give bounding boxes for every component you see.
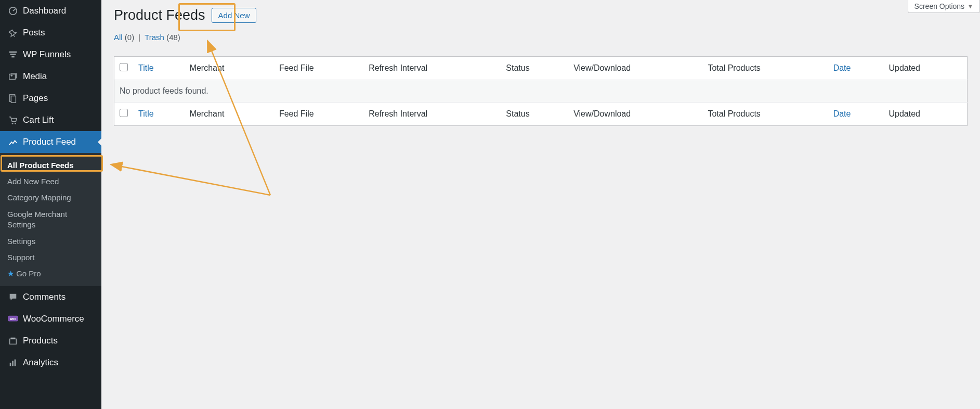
svg-rect-14 bbox=[10, 363, 11, 366]
col-status: Status bbox=[501, 57, 568, 80]
list-filter-links: All (0) | Trash (48) bbox=[114, 33, 968, 42]
submenu-add-new-feed[interactable]: Add New Feed bbox=[0, 173, 101, 189]
filter-all-count: (0) bbox=[125, 33, 134, 42]
sidebar-item-label: Dashboard bbox=[23, 6, 66, 16]
chevron-down-icon: ▼ bbox=[968, 3, 973, 9]
sidebar-item-label: Cart Lift bbox=[23, 115, 54, 125]
products-icon bbox=[6, 336, 20, 346]
col-feedfile: Feed File bbox=[274, 103, 363, 126]
sidebar-item-label: Media bbox=[23, 71, 47, 82]
sidebar-item-products[interactable]: Products bbox=[0, 330, 101, 352]
submenu-category-mapping[interactable]: Category Mapping bbox=[0, 189, 101, 206]
sidebar-item-label: Product Feed bbox=[23, 137, 76, 147]
star-icon: ★ bbox=[7, 269, 14, 278]
col-date[interactable]: Date bbox=[828, 103, 884, 126]
filter-all-link[interactable]: All bbox=[114, 33, 123, 42]
col-merchant: Merchant bbox=[185, 103, 274, 126]
filter-trash-link[interactable]: Trash bbox=[145, 33, 164, 42]
col-feedfile: Feed File bbox=[274, 57, 363, 80]
sidebar-submenu-productfeed: All Product Feeds Add New Feed Category … bbox=[0, 153, 101, 286]
col-refresh: Refresh Interval bbox=[363, 103, 501, 126]
sidebar-item-media[interactable]: Media bbox=[0, 66, 101, 87]
analytics-icon bbox=[6, 358, 20, 367]
col-title[interactable]: Title bbox=[133, 57, 185, 80]
submenu-go-pro[interactable]: ★ Go Pro bbox=[0, 265, 101, 282]
svg-rect-1 bbox=[9, 52, 17, 53]
col-updated: Updated bbox=[884, 103, 968, 126]
pin-icon bbox=[6, 28, 20, 37]
separator: | bbox=[136, 33, 142, 42]
add-new-button[interactable]: Add New bbox=[212, 8, 257, 23]
sidebar-item-cartlift[interactable]: Cart Lift bbox=[0, 109, 101, 131]
sidebar-item-dashboard[interactable]: Dashboard bbox=[0, 0, 101, 22]
select-all-checkbox[interactable] bbox=[120, 63, 128, 71]
sidebar-item-wpfunnels[interactable]: WP Funnels bbox=[0, 44, 101, 66]
col-viewdl: View/Download bbox=[568, 57, 702, 80]
cart-icon bbox=[6, 116, 20, 125]
sidebar-item-label: Comments bbox=[23, 292, 66, 302]
svg-rect-12 bbox=[10, 339, 17, 344]
col-updated: Updated bbox=[884, 57, 968, 80]
screen-options-toggle[interactable]: Screen Options ▼ bbox=[908, 0, 980, 13]
page-header: Product Feeds Add New bbox=[114, 7, 968, 23]
col-title[interactable]: Title bbox=[133, 103, 185, 126]
dashboard-icon bbox=[6, 6, 20, 16]
col-total: Total Products bbox=[702, 103, 828, 126]
sidebar-item-comments[interactable]: Comments bbox=[0, 286, 101, 308]
svg-rect-3 bbox=[11, 56, 14, 58]
col-merchant: Merchant bbox=[185, 57, 274, 80]
svg-rect-2 bbox=[10, 54, 16, 55]
sidebar-item-label: Products bbox=[23, 336, 58, 346]
submenu-support[interactable]: Support bbox=[0, 249, 101, 265]
svg-rect-15 bbox=[12, 361, 14, 366]
sidebar-item-label: Posts bbox=[23, 28, 45, 38]
sidebar-item-pages[interactable]: Pages bbox=[0, 87, 101, 109]
col-total: Total Products bbox=[702, 57, 828, 80]
feed-icon bbox=[6, 137, 20, 147]
svg-point-5 bbox=[11, 74, 13, 76]
svg-rect-13 bbox=[11, 338, 16, 339]
submenu-google-merchant-settings[interactable]: Google Merchant Settings bbox=[0, 206, 101, 233]
svg-rect-16 bbox=[15, 360, 16, 366]
sidebar-item-label: WP Funnels bbox=[23, 49, 71, 60]
media-icon bbox=[6, 72, 20, 81]
submenu-label: Go Pro bbox=[16, 269, 41, 278]
svg-point-8 bbox=[12, 123, 14, 124]
col-status: Status bbox=[501, 103, 568, 126]
sidebar-item-label: Analytics bbox=[23, 357, 58, 368]
sidebar-item-woocommerce[interactable]: woo WooCommerce bbox=[0, 308, 101, 330]
page-title: Product Feeds bbox=[114, 7, 205, 23]
screen-options-label: Screen Options bbox=[914, 2, 965, 10]
sidebar-item-productfeed[interactable]: Product Feed bbox=[0, 131, 101, 153]
select-all-checkbox-footer[interactable] bbox=[120, 109, 128, 117]
content-area: Screen Options ▼ Product Feeds Add New A… bbox=[101, 0, 980, 409]
comment-icon bbox=[6, 292, 20, 302]
sidebar-item-label: Pages bbox=[23, 93, 48, 104]
empty-row: No product feeds found. bbox=[114, 80, 968, 103]
svg-text:woo: woo bbox=[9, 317, 17, 321]
sidebar-item-label: WooCommerce bbox=[23, 314, 84, 324]
submenu-settings[interactable]: Settings bbox=[0, 233, 101, 249]
filter-trash-count: (48) bbox=[166, 33, 180, 42]
svg-rect-7 bbox=[11, 96, 16, 103]
admin-sidebar: Dashboard Posts WP Funnels Media Pages C… bbox=[0, 0, 101, 409]
col-refresh: Refresh Interval bbox=[363, 57, 501, 80]
submenu-all-product-feeds[interactable]: All Product Feeds bbox=[0, 157, 101, 173]
svg-rect-4 bbox=[9, 74, 16, 80]
sidebar-item-posts[interactable]: Posts bbox=[0, 22, 101, 44]
svg-point-9 bbox=[15, 123, 16, 124]
page-icon bbox=[6, 94, 20, 103]
col-date[interactable]: Date bbox=[828, 57, 884, 80]
funnel-icon bbox=[6, 50, 20, 59]
sidebar-item-analytics[interactable]: Analytics bbox=[0, 352, 101, 374]
woocommerce-icon: woo bbox=[6, 315, 20, 323]
product-feeds-table: Title Merchant Feed File Refresh Interva… bbox=[114, 56, 968, 126]
col-viewdl: View/Download bbox=[568, 103, 702, 126]
